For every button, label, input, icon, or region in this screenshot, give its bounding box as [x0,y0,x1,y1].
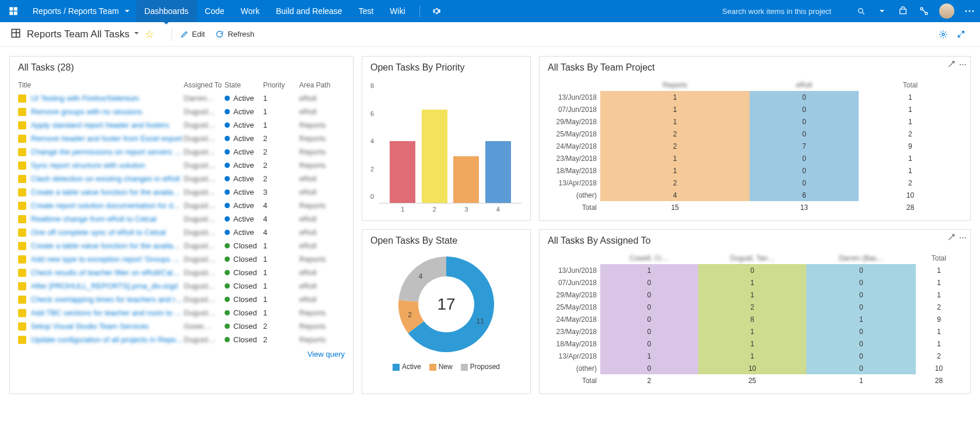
more-icon[interactable] [959,0,980,22]
matrix-row[interactable]: 24/May/2018279 [548,140,962,152]
task-row[interactable]: Check overlapping times for teachers and… [18,293,345,306]
task-row[interactable]: After [PROHULL_REPORTS].prna_div.orgd Du… [18,279,345,293]
bar[interactable] [485,141,511,203]
task-title[interactable]: Sync report structure with solution [27,161,184,170]
task-title[interactable]: Apply standard report header and footers [27,121,184,129]
matrix-row[interactable]: Total151328 [548,201,962,213]
task-title[interactable]: One off complete sync of eRoll to Celcat [27,228,184,237]
help-icon[interactable] [914,0,935,22]
task-row[interactable]: Update configuration of all projects in … [18,333,345,346]
task-row[interactable]: Remove header and footer from Excel expo… [18,132,345,145]
matrix-row-label: 24/May/2018 [548,313,600,325]
legend-item[interactable]: Active [393,363,421,371]
task-type-icon [18,188,26,196]
task-row[interactable]: Create a table value function for the av… [18,185,345,199]
matrix-row[interactable]: 24/May/20180819 [548,313,962,325]
nav-build-and-release[interactable]: Build and Release [268,0,351,22]
task-row[interactable]: Realtime change from eRoll to Celcat Dug… [18,212,345,226]
settings-icon[interactable] [426,0,447,22]
task-title[interactable]: Create report solution documentation for… [27,201,184,210]
task-title[interactable]: Change the permissions on report servers… [27,147,184,156]
matrix-col-header: Total [859,79,962,91]
task-title[interactable]: Check overlapping times for teachers and… [27,295,184,304]
search-chevron-icon[interactable] [872,0,892,22]
task-row[interactable]: Add new type to exception report 'Groups… [18,252,345,266]
task-title[interactable]: Realtime change from eRoll to Celcat [27,215,184,223]
dashboard-picker[interactable] [133,30,140,38]
task-title[interactable]: Clash detection on existing changes in e… [27,174,184,183]
matrix-row[interactable]: 13/Jun/2018101 [548,91,962,103]
expand-tile-icon[interactable] [947,60,956,70]
nav-test[interactable]: Test [351,0,382,22]
matrix-row[interactable]: 07/Jun/2018101 [548,103,962,115]
expand-tile-icon[interactable] [947,233,956,243]
task-row[interactable]: Setup Visual Studio Team Services Gowe… … [18,319,345,333]
task-title[interactable]: Remove groups with no sessions [27,107,184,116]
matrix-row[interactable]: 29/May/20180101 [548,289,962,301]
bar[interactable] [453,156,479,203]
task-row[interactable]: Remove groups with no sessions Duguid… A… [18,105,345,118]
matrix-row[interactable]: 07/Jun/20180101 [548,276,962,289]
search-input[interactable] [722,7,850,16]
search-icon[interactable] [850,0,872,22]
task-title[interactable]: After [PROHULL_REPORTS].prna_div.orgd [27,282,184,290]
matrix-row[interactable]: 13/Apr/2018202 [548,177,962,189]
edit-button[interactable]: Edit [180,30,205,38]
matrix-row[interactable]: 13/Jun/20181001 [548,264,962,276]
user-avatar[interactable] [939,3,954,19]
nav-code[interactable]: Code [197,0,232,22]
task-title[interactable]: Create a table value function for the av… [27,188,184,196]
matrix-cell: 1 [806,374,916,387]
task-row[interactable]: Add TBC sections for teacher and room to… [18,306,345,319]
project-breadcrumb[interactable]: Reports / Reports Team [27,0,136,22]
refresh-button[interactable]: Refresh [215,30,254,38]
matrix-row[interactable]: (other)4610 [548,189,962,201]
nav-dashboards[interactable]: Dashboards [136,0,197,22]
matrix-row-label: 29/May/2018 [548,115,600,128]
task-title[interactable]: Remove header and footer from Excel expo… [27,134,184,143]
matrix-row[interactable]: 23/May/20180101 [548,325,962,338]
market-icon[interactable] [892,0,914,22]
matrix-row[interactable]: 18/May/20180101 [548,338,962,350]
tile-more-icon[interactable]: ⋯ [959,233,967,243]
task-row[interactable]: Create report solution documentation for… [18,199,345,212]
task-row[interactable]: Clash detection on existing changes in e… [18,172,345,185]
matrix-row[interactable]: 23/May/2018101 [548,152,962,164]
nav-work[interactable]: Work [233,0,268,22]
task-title[interactable]: Update configuration of all projects in … [27,335,184,344]
task-row[interactable]: Apply standard report header and footers… [18,118,345,132]
nav-wiki[interactable]: Wiki [382,0,413,22]
matrix-cell: 1 [600,103,750,115]
configure-gear-icon[interactable] [935,30,952,39]
matrix-row[interactable]: (other)010010 [548,362,962,374]
bar[interactable] [390,141,415,203]
expand-icon[interactable] [952,30,970,38]
task-title[interactable]: Create a table value function for the av… [27,241,184,250]
task-title[interactable]: Add new type to exception report 'Groups… [27,255,184,264]
matrix-row[interactable]: 13/Apr/20181102 [548,350,962,362]
task-row[interactable]: Sync report structure with solution Dugu… [18,159,345,172]
tile-more-icon[interactable]: ⋯ [959,60,967,70]
matrix-cell: 2 [600,177,750,189]
task-row[interactable]: One off complete sync of eRoll to Celcat… [18,226,345,239]
legend-item[interactable]: New [429,363,453,371]
x-tick: 4 [496,206,500,213]
task-row[interactable]: UI Testing with Firefox/Selenium Darren…… [18,92,345,105]
task-row[interactable]: Check results of teacher filter on eRoll… [18,266,345,279]
task-row[interactable]: Change the permissions on report servers… [18,145,345,159]
task-title[interactable]: Setup Visual Studio Team Services [27,322,184,331]
task-title[interactable]: Add TBC sections for teacher and room to… [27,308,184,317]
matrix-row[interactable]: 25/May/20180202 [548,301,962,313]
task-row[interactable]: Create a table value function for the av… [18,239,345,252]
matrix-row[interactable]: 18/May/2018101 [548,164,962,177]
favorite-star-icon[interactable]: ☆ [145,28,154,41]
task-title[interactable]: UI Testing with Firefox/Selenium [27,94,184,103]
matrix-row[interactable]: 29/May/2018101 [548,115,962,128]
matrix-row[interactable]: Total225128 [548,374,962,387]
bar[interactable] [422,110,447,203]
task-title[interactable]: Check results of teacher filter on eRoll… [27,268,184,277]
view-query-link[interactable]: View query [18,346,345,359]
matrix-row[interactable]: 25/May/2018202 [548,128,962,140]
product-logo[interactable] [0,0,27,22]
legend-item[interactable]: Proposed [461,363,500,371]
